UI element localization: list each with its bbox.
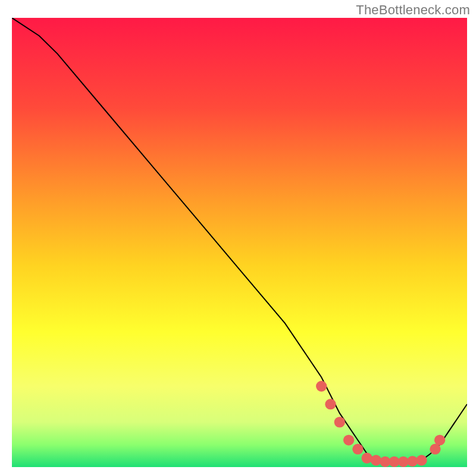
watermark-text: TheBottleneck.com <box>356 2 470 18</box>
data-dot <box>343 435 354 446</box>
chart-plot <box>12 18 467 467</box>
data-dot <box>316 381 327 392</box>
data-dot <box>434 435 445 446</box>
data-dot <box>416 455 427 466</box>
data-dot <box>325 399 336 409</box>
chart-svg <box>12 18 467 467</box>
data-dot <box>352 444 363 455</box>
chart-stage: TheBottleneck.com <box>0 0 476 476</box>
data-dot <box>362 453 372 464</box>
data-dot <box>334 416 345 427</box>
gradient-background <box>12 18 467 467</box>
